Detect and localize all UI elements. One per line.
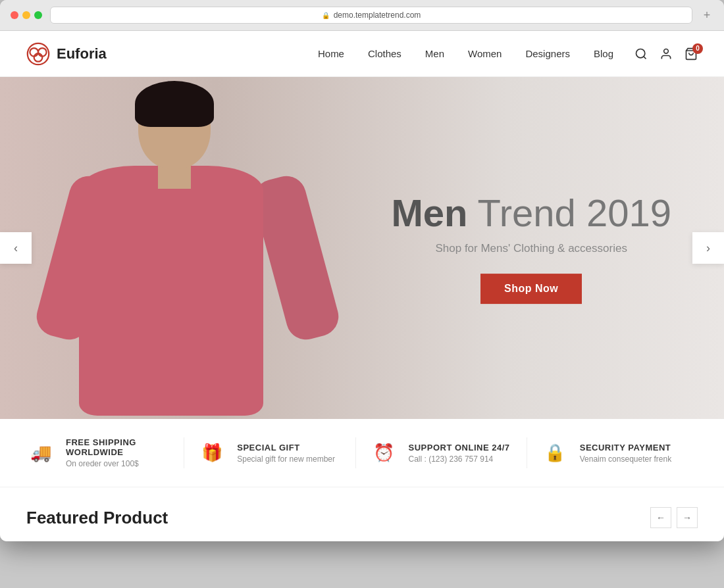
feature-text-1: SPECIAL GIFT Special gift for new member	[237, 443, 335, 464]
model-body	[79, 166, 263, 416]
main-nav: HomeClothesMenWomenDesignersBlog	[318, 48, 613, 60]
close-button[interactable]	[11, 11, 18, 19]
feature-text-0: FREE SHIPPING WORLDWIDE On oreder over 1…	[66, 437, 170, 468]
cart-badge: 0	[692, 43, 703, 54]
feature-desc-1: Special gift for new member	[237, 454, 335, 464]
featured-product-title: Featured Product	[26, 508, 168, 528]
logo-link[interactable]: Euforia	[26, 42, 107, 66]
maximize-button[interactable]	[34, 11, 42, 19]
header-icons: 0	[634, 47, 698, 61]
site-header: Euforia HomeClothesMenWomenDesignersBlog	[0, 31, 724, 77]
logo-text: Euforia	[57, 45, 107, 62]
feature-icon-0: 🚚	[26, 439, 55, 468]
user-icon	[659, 47, 673, 61]
featured-section: Featured Product ← →	[0, 487, 724, 541]
feature-icon-1: 🎁	[197, 439, 226, 468]
feature-text-3: SECURITY PAYMENT Venaim consequeter fren…	[580, 443, 671, 464]
feature-title-3: SECURITY PAYMENT	[580, 443, 671, 453]
search-icon	[634, 47, 648, 61]
featured-nav: ← →	[650, 507, 698, 528]
hero-title-bold: Men	[391, 191, 467, 234]
browser-chrome: 🔒 demo.templatetrend.com +	[0, 0, 724, 31]
svg-point-6	[664, 49, 669, 53]
featured-next-button[interactable]: →	[677, 507, 698, 528]
hero-title: Men Trend 2019	[391, 192, 671, 234]
traffic-lights	[11, 11, 42, 19]
logo-icon	[26, 42, 50, 66]
nav-item-men[interactable]: Men	[425, 48, 444, 59]
slider-prev-button[interactable]: ‹	[0, 232, 32, 264]
nav-item-blog[interactable]: Blog	[594, 48, 613, 59]
feature-title-2: SUPPORT ONLINE 24/7	[409, 443, 510, 453]
slider-prev-icon: ‹	[14, 241, 18, 255]
feature-title-1: SPECIAL GIFT	[237, 443, 335, 453]
nav-item-women[interactable]: Women	[468, 48, 502, 59]
svg-line-5	[644, 56, 646, 59]
shop-now-button[interactable]: Shop Now	[480, 274, 582, 304]
svg-point-4	[636, 49, 645, 57]
feature-text-2: SUPPORT ONLINE 24/7 Call : (123) 236 757…	[409, 443, 510, 464]
feature-item-1: 🎁 SPECIAL GIFT Special gift for new memb…	[184, 437, 355, 468]
search-button[interactable]	[634, 47, 648, 61]
feature-item-2: ⏰ SUPPORT ONLINE 24/7 Call : (123) 236 7…	[356, 437, 527, 468]
account-button[interactable]	[659, 47, 673, 61]
feature-icon-2: ⏰	[369, 439, 398, 468]
url-text: demo.templatetrend.com	[334, 11, 421, 20]
feature-desc-0: On oreder over 100$	[66, 459, 170, 468]
nav-item-designers[interactable]: Designers	[525, 48, 570, 59]
slider-next-icon: ›	[706, 241, 710, 255]
browser-window: 🔒 demo.templatetrend.com + Euforia HomeC…	[0, 0, 724, 541]
browser-body: Euforia HomeClothesMenWomenDesignersBlog	[0, 31, 724, 541]
feature-item-0: 🚚 FREE SHIPPING WORLDWIDE On oreder over…	[26, 437, 184, 468]
featured-prev-button[interactable]: ←	[650, 507, 671, 528]
address-bar[interactable]: 🔒 demo.templatetrend.com	[50, 7, 692, 24]
hero-content: Men Trend 2019 Shop for Mens' Clothing &…	[391, 192, 671, 304]
hero-title-regular: Trend 2019	[477, 191, 671, 234]
hero-model-figure	[26, 77, 342, 419]
lock-icon: 🔒	[322, 12, 330, 19]
nav-item-home[interactable]: Home	[318, 48, 344, 59]
slider-next-button[interactable]: ›	[692, 232, 724, 264]
features-bar: 🚚 FREE SHIPPING WORLDWIDE On oreder over…	[0, 419, 724, 487]
nav-item-clothes[interactable]: Clothes	[368, 48, 401, 59]
feature-item-3: 🔒 SECURITY PAYMENT Venaim consequeter fr…	[527, 437, 698, 468]
minimize-button[interactable]	[22, 11, 30, 19]
cart-button[interactable]: 0	[685, 47, 698, 61]
hero-slider: Men Trend 2019 Shop for Mens' Clothing &…	[0, 77, 724, 419]
feature-desc-2: Call : (123) 236 757 914	[409, 454, 510, 464]
model-right-arm	[249, 172, 343, 344]
feature-icon-3: 🔒	[540, 439, 569, 468]
new-tab-button[interactable]: +	[700, 9, 713, 22]
model-hair	[135, 81, 214, 127]
hero-subtitle: Shop for Mens' Clothing & accessories	[391, 242, 671, 255]
feature-title-0: FREE SHIPPING WORLDWIDE	[66, 437, 170, 457]
feature-desc-3: Venaim consequeter frenk	[580, 454, 671, 464]
